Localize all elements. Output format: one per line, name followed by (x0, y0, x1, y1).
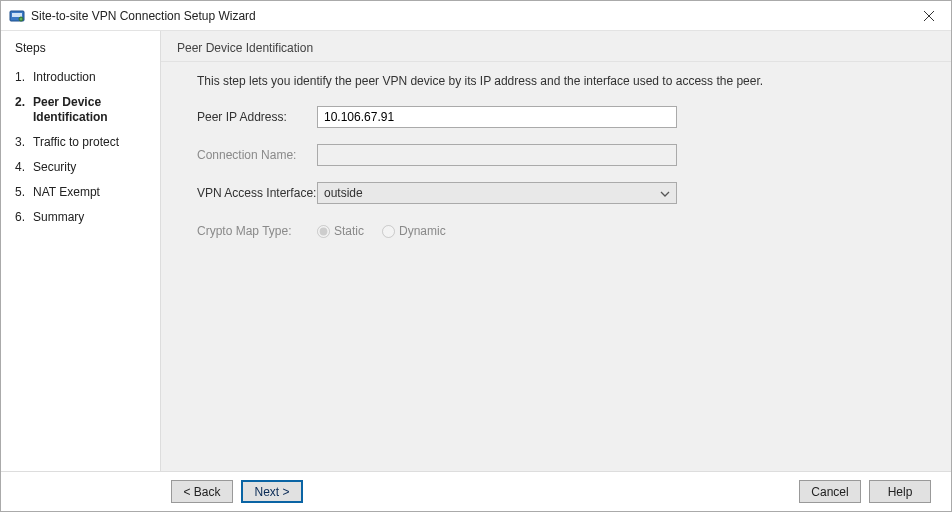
radio-dynamic: Dynamic (382, 224, 446, 238)
row-peer-ip: Peer IP Address: (197, 106, 915, 128)
row-connection-name: Connection Name: (197, 144, 915, 166)
step-item-3[interactable]: 3.Traffic to protect (15, 130, 150, 155)
row-vpn-interface: VPN Access Interface: outside (197, 182, 915, 204)
label-peer-ip: Peer IP Address: (197, 110, 317, 124)
app-icon (9, 8, 25, 24)
step-label: Peer Device Identification (33, 95, 150, 125)
step-item-4[interactable]: 4.Security (15, 155, 150, 180)
step-label: Summary (33, 210, 84, 225)
titlebar: Site-to-site VPN Connection Setup Wizard (1, 1, 951, 31)
vpn-interface-value: outside (324, 186, 363, 200)
close-icon (924, 11, 934, 21)
step-number: 1. (15, 70, 29, 85)
chevron-down-icon (660, 186, 670, 200)
step-item-2[interactable]: 2.Peer Device Identification (15, 90, 150, 130)
steps-sidebar: Steps 1.Introduction2.Peer Device Identi… (1, 31, 161, 471)
wizard-content: Peer Device Identification This step let… (161, 31, 951, 471)
step-number: 3. (15, 135, 29, 150)
cancel-button[interactable]: Cancel (799, 480, 861, 503)
connection-name-input (317, 144, 677, 166)
step-number: 6. (15, 210, 29, 225)
radio-static: Static (317, 224, 364, 238)
help-button[interactable]: Help (869, 480, 931, 503)
peer-ip-input[interactable] (317, 106, 677, 128)
step-label: Introduction (33, 70, 96, 85)
svg-point-2 (19, 17, 23, 21)
section-heading: Peer Device Identification (161, 31, 951, 62)
section-description: This step lets you identify the peer VPN… (197, 74, 915, 88)
label-vpn-interface: VPN Access Interface: (197, 186, 317, 200)
vpn-interface-select[interactable]: outside (317, 182, 677, 204)
step-item-1[interactable]: 1.Introduction (15, 65, 150, 90)
step-number: 2. (15, 95, 29, 125)
steps-heading: Steps (15, 41, 150, 55)
svg-rect-1 (12, 13, 22, 17)
wizard-window: Site-to-site VPN Connection Setup Wizard… (0, 0, 952, 512)
radio-static-label: Static (334, 224, 364, 238)
radio-dynamic-label: Dynamic (399, 224, 446, 238)
step-label: NAT Exempt (33, 185, 100, 200)
close-button[interactable] (907, 1, 951, 31)
wizard-body: Steps 1.Introduction2.Peer Device Identi… (1, 31, 951, 471)
wizard-footer: < Back Next > Cancel Help (1, 471, 951, 511)
row-crypto-map: Crypto Map Type: Static Dynamic (197, 220, 915, 242)
step-number: 4. (15, 160, 29, 175)
step-item-5[interactable]: 5.NAT Exempt (15, 180, 150, 205)
label-connection-name: Connection Name: (197, 148, 317, 162)
window-title: Site-to-site VPN Connection Setup Wizard (31, 9, 256, 23)
back-button[interactable]: < Back (171, 480, 233, 503)
next-button[interactable]: Next > (241, 480, 303, 503)
label-crypto-map: Crypto Map Type: (197, 224, 317, 238)
step-label: Traffic to protect (33, 135, 119, 150)
step-number: 5. (15, 185, 29, 200)
step-label: Security (33, 160, 76, 175)
step-item-6[interactable]: 6.Summary (15, 205, 150, 230)
